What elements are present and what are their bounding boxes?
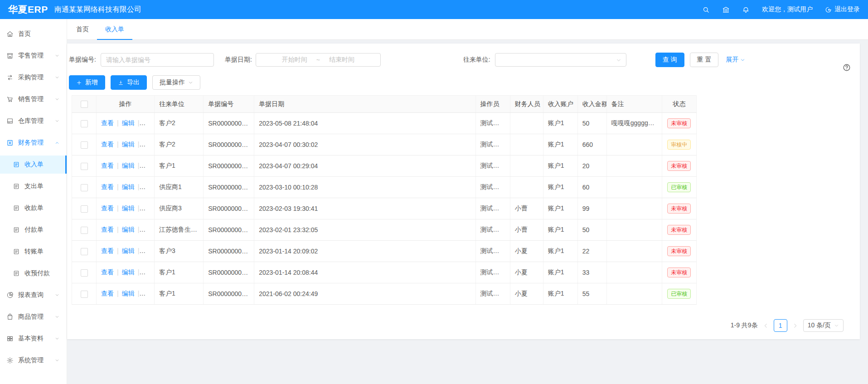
page-1-button[interactable]: 1	[774, 319, 787, 332]
cell-actions: 查看|编辑|删除	[97, 241, 155, 262]
content-card: 单据编号: 单据日期: 开始时间 ~ 结束时间 往来单位: 查 询 重 置 展开	[67, 44, 860, 339]
row-action-edit[interactable]: 编辑	[122, 162, 135, 169]
row-checkbox[interactable]	[81, 248, 88, 255]
column-header-income-amount: 收入金额	[577, 96, 606, 113]
cell-bill-no: SR00000001193	[204, 177, 254, 198]
export-button[interactable]: 导出	[111, 75, 147, 90]
sidebar-item-advance-receipt[interactable]: 收预付款	[0, 264, 67, 282]
logout-icon	[825, 6, 832, 13]
logout-button[interactable]: 退出登录	[825, 5, 860, 14]
search-button[interactable]: 查 询	[655, 53, 684, 67]
row-checkbox[interactable]	[81, 291, 88, 298]
row-action-view[interactable]: 查看	[101, 290, 114, 297]
cell-income-account: 账户1	[543, 283, 577, 305]
date-range-picker[interactable]: 开始时间 ~ 结束时间	[256, 53, 381, 67]
cell-select	[72, 177, 97, 198]
sidebar-item-receipt-bill[interactable]: 收款单	[0, 199, 67, 217]
cell-operator: 测试用户	[475, 219, 510, 241]
sidebar-menu: 首页零售管理采购管理销售管理仓库管理财务管理收入单支出单收款单付款单转账单收预付…	[0, 25, 67, 369]
row-checkbox[interactable]	[81, 184, 88, 191]
row-action-edit[interactable]: 编辑	[122, 268, 135, 276]
sidebar-item-label: 收预付款	[24, 269, 50, 277]
cell-bill-date: 2023-05-08 21:48:04	[254, 113, 475, 134]
next-page-button[interactable]	[792, 323, 798, 329]
cell-partner: 客户1	[155, 262, 204, 283]
row-action-view[interactable]: 查看	[101, 141, 114, 148]
row-checkbox[interactable]	[81, 205, 88, 213]
sidebar-item-label: 仓库管理	[18, 117, 44, 125]
partner-select[interactable]	[495, 53, 626, 67]
row-action-view[interactable]: 查看	[101, 247, 114, 254]
row-action-edit[interactable]: 编辑	[122, 204, 135, 212]
date-end-placeholder: 结束时间	[329, 56, 354, 64]
sidebar-item-warehouse[interactable]: 仓库管理	[0, 112, 67, 130]
row-action-view[interactable]: 查看	[101, 204, 114, 212]
help-icon[interactable]	[843, 63, 851, 72]
page-size-select[interactable]: 10 条/页	[803, 319, 844, 332]
sidebar-item-transfer-bill[interactable]: 转账单	[0, 243, 67, 261]
search-icon[interactable]	[702, 6, 710, 14]
row-action-edit[interactable]: 编辑	[122, 183, 135, 190]
pagination: 1-9 共9条 1 10 条/页	[731, 319, 844, 332]
cell-bill-no: SR00000002261	[204, 113, 254, 134]
top-header: 华夏ERP 南通某某网络科技有限公司 欢迎您，测试用户 退出登录	[0, 0, 868, 19]
row-action-view[interactable]: 查看	[101, 119, 114, 126]
sidebar-item-goods[interactable]: 商品管理	[0, 308, 67, 326]
sidebar-item-sales[interactable]: 销售管理	[0, 90, 67, 108]
cell-income-amount: 50	[577, 219, 606, 241]
sidebar-item-label: 商品管理	[18, 313, 44, 321]
row-action-view[interactable]: 查看	[101, 162, 114, 169]
sidebar-item-expense-bill[interactable]: 支出单	[0, 177, 67, 195]
doc-icon	[13, 183, 20, 190]
cell-partner: 客户2	[155, 134, 204, 156]
sidebar-item-finance[interactable]: 财务管理	[0, 134, 67, 152]
row-action-edit[interactable]: 编辑	[122, 119, 135, 126]
cell-bill-date: 2023-04-07 00:29:04	[254, 156, 475, 177]
cell-finance-staff: 小曹	[510, 219, 543, 241]
cell-income-account: 账户1	[543, 134, 577, 156]
row-action-edit[interactable]: 编辑	[122, 141, 135, 148]
cell-select	[72, 198, 97, 219]
row-checkbox[interactable]	[81, 120, 88, 127]
prev-page-button[interactable]	[763, 323, 769, 329]
row-action-edit[interactable]: 编辑	[122, 290, 135, 297]
sidebar-item-system[interactable]: 系统管理	[0, 351, 67, 369]
sidebar-item-purchase[interactable]: 采购管理	[0, 68, 67, 87]
reset-button[interactable]: 重 置	[690, 53, 719, 67]
batch-actions-button[interactable]: 批量操作	[152, 75, 200, 90]
cell-remark	[606, 198, 662, 219]
cell-partner: 客户1	[155, 283, 204, 305]
cell-bill-date: 2023-03-10 00:10:28	[254, 177, 475, 198]
sidebar-item-home[interactable]: 首页	[0, 25, 67, 43]
sidebar-item-report[interactable]: 报表查询	[0, 286, 67, 304]
bill-no-input[interactable]	[101, 53, 214, 67]
select-all-checkbox[interactable]	[81, 101, 88, 108]
tab-home[interactable]: 首页	[68, 19, 97, 39]
bank-icon[interactable]	[722, 6, 730, 14]
sidebar-item-income-bill[interactable]: 收入单	[0, 156, 67, 174]
bell-icon[interactable]	[742, 6, 750, 14]
row-action-view[interactable]: 查看	[101, 183, 114, 190]
status-badge: 已审核	[667, 182, 691, 192]
row-checkbox[interactable]	[81, 269, 88, 277]
main-area: 首页收入单 单据编号: 单据日期: 开始时间 ~ 结束时间 往来单位: 查 询 …	[67, 19, 868, 384]
sidebar-item-retail[interactable]: 零售管理	[0, 47, 67, 65]
add-button[interactable]: 新增	[69, 75, 105, 90]
row-checkbox[interactable]	[81, 227, 88, 234]
cell-bill-no: SR00000000692	[204, 241, 254, 262]
cell-finance-staff: 小夏	[510, 241, 543, 262]
tab-income-bill[interactable]: 收入单	[97, 19, 132, 39]
expand-link[interactable]: 展开	[726, 56, 745, 64]
sidebar-item-payment-bill[interactable]: 付款单	[0, 221, 67, 239]
row-action-view[interactable]: 查看	[101, 268, 114, 276]
action-separator: |	[138, 247, 140, 254]
row-action-edit[interactable]: 编辑	[122, 247, 135, 254]
cell-bill-no: SR00000000916	[204, 198, 254, 219]
sidebar-item-basic-data[interactable]: 基本资料	[0, 330, 67, 348]
row-checkbox[interactable]	[81, 141, 88, 149]
row-action-view[interactable]: 查看	[101, 226, 114, 233]
cell-income-account: 账户1	[543, 241, 577, 262]
plus-icon	[76, 80, 82, 86]
row-action-edit[interactable]: 编辑	[122, 226, 135, 233]
row-checkbox[interactable]	[81, 163, 88, 170]
